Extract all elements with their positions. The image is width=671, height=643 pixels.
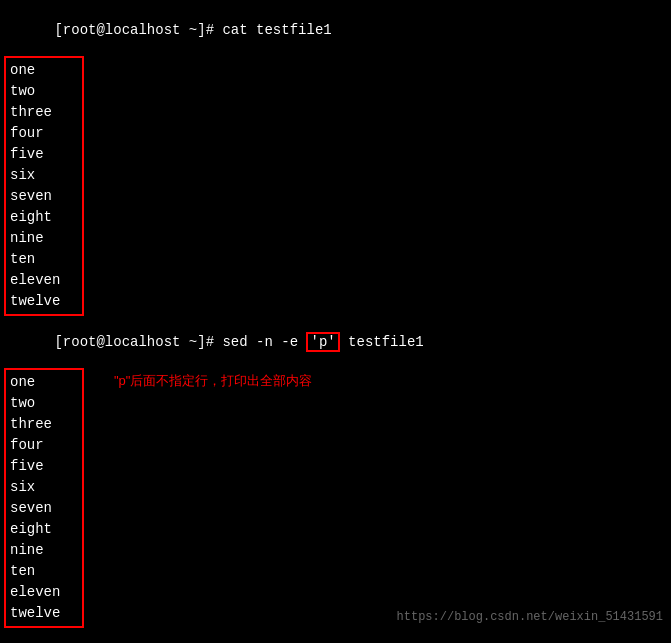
second-prompt: [root@localhost ~]# — [54, 334, 214, 350]
terminal-window: [root@localhost ~]# cat testfile1 onetwo… — [4, 4, 667, 628]
output-line: seven — [10, 186, 78, 207]
output-line: two — [10, 81, 78, 102]
output-line: two — [10, 393, 78, 414]
output-line: eleven — [10, 270, 78, 291]
output-line: three — [10, 414, 78, 435]
output-line: six — [10, 165, 78, 186]
output-line: five — [10, 144, 78, 165]
first-prompt: [root@localhost ~]# — [54, 22, 214, 38]
first-output-box: onetwothreefourfivesixseveneightninetene… — [4, 56, 84, 316]
output-line: nine — [10, 540, 78, 561]
output-line: five — [10, 456, 78, 477]
output-line: eleven — [10, 582, 78, 603]
output-line: twelve — [10, 603, 78, 624]
output-line: one — [10, 60, 78, 81]
output-line: ten — [10, 561, 78, 582]
output-line: twelve — [10, 291, 78, 312]
second-output-lines: onetwothreefourfivesixseveneightninetene… — [10, 372, 78, 624]
output-line: nine — [10, 228, 78, 249]
first-command: cat testfile1 — [214, 22, 332, 38]
output-line: seven — [10, 498, 78, 519]
output-line: four — [10, 123, 78, 144]
output-line: eight — [10, 207, 78, 228]
second-command-suffix: testfile1 — [340, 334, 424, 350]
output-line: four — [10, 435, 78, 456]
first-command-section: [root@localhost ~]# cat testfile1 onetwo… — [4, 4, 667, 316]
second-command-prefix: sed -n -e — [214, 334, 306, 350]
second-command-line: [root@localhost ~]# sed -n -e 'p' testfi… — [4, 316, 667, 368]
output-line: eight — [10, 519, 78, 540]
second-section-content: onetwothreefourfivesixseveneightninetene… — [4, 368, 667, 628]
output-line: one — [10, 372, 78, 393]
highlighted-p: 'p' — [306, 332, 339, 352]
output-line: six — [10, 477, 78, 498]
second-output-box: onetwothreefourfivesixseveneightninetene… — [4, 368, 84, 628]
output-line: three — [10, 102, 78, 123]
first-command-line: [root@localhost ~]# cat testfile1 — [4, 4, 667, 56]
second-command-section: [root@localhost ~]# sed -n -e 'p' testfi… — [4, 316, 667, 628]
annotation-text: "p"后面不指定行，打印出全部内容 — [114, 372, 312, 390]
first-output-lines: onetwothreefourfivesixseveneightninetene… — [10, 60, 78, 312]
output-line: ten — [10, 249, 78, 270]
watermark: https://blog.csdn.net/weixin_51431591 — [397, 610, 663, 624]
